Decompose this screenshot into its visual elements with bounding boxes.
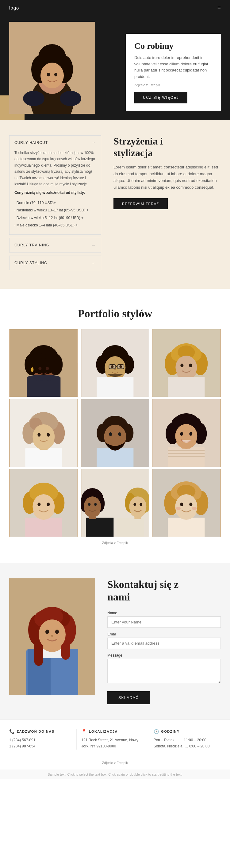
sample-text-bar[interactable]: Sample text. Click to select the text bo… [0,770,230,779]
accordion-header-curly-styling[interactable]: CURLY STYLING → [9,256,101,270]
svg-rect-82 [168,456,205,457]
contact-section: Skontaktuj się znami Name Email Message … [0,563,230,719]
svg-point-92 [190,432,193,436]
portfolio-item-9 [152,469,221,537]
accordion-label-curly-haircut: CURLY HAIRCUT [14,141,48,145]
svg-point-9 [54,73,57,76]
hero-text: Duis aute irure dolor in reprehenderit i… [134,55,212,80]
hero-content-box: Co robimy Duis aute irure dolor in repre… [126,34,221,111]
svg-rect-57 [25,448,62,467]
svg-rect-80 [168,450,205,451]
portfolio-item-6 [152,399,221,467]
portfolio-item-5 [81,399,150,467]
email-field: Email [107,632,221,649]
contact-image [9,578,95,695]
svg-rect-41 [97,377,133,397]
services-description: Strzyżenia istylizacja Lorem ipsum dolor… [113,135,221,273]
svg-rect-125 [168,518,205,537]
hours-line-1: Pon – Piatek …… 11:00 – 20:00 [154,738,206,742]
sample-text-content: Sample text. Click to select the text bo… [47,773,183,776]
svg-point-137 [176,507,181,510]
svg-point-114 [94,503,97,506]
svg-point-24 [31,367,33,372]
logo: logo [9,5,19,10]
hero-section: Co robimy Duis aute irure dolor in repre… [0,16,230,120]
hero-title: Co robimy [134,41,212,51]
svg-point-122 [133,503,136,506]
services-title: Strzyżenia istylizacja [113,135,221,159]
svg-point-135 [180,503,184,506]
accordion-arrow-1: → [91,140,96,146]
message-label: Message [107,653,221,657]
info-footer: 📞 ZADZWOŃ DO NAS 1 (234) 567-891, 1 (234… [0,719,230,756]
svg-point-134 [175,494,197,519]
price-item-2: · Nastolatki w wieku 13–17 lat (65–95 US… [14,207,96,213]
message-field: Message [107,653,221,684]
svg-rect-115 [117,518,144,537]
submit-button[interactable]: SKŁADAĆ [107,691,150,704]
hero-image [9,22,95,114]
accordion-item-curly-haircut[interactable]: CURLY HAIRCUT → Technika strzyżenia na s… [9,135,101,235]
hours-line-2: Sobota, Niedziela …. 6:00 – 20:00 [154,744,210,748]
portfolio-item-2 [81,329,150,397]
svg-point-102 [33,494,55,519]
accordion-header-curly-haircut[interactable]: CURLY HAIRCUT → [9,135,101,150]
phone-line-1: 1 (234) 567-891, [9,738,36,742]
svg-point-76 [109,432,112,436]
name-label: Name [107,611,221,615]
svg-point-39 [119,365,122,368]
services-cta-button[interactable]: REZERWUJ TERAZ [113,198,168,209]
svg-point-67 [46,433,50,437]
portfolio-item-4 [9,399,78,467]
hamburger-icon[interactable]: ≡ [218,4,221,11]
services-text: Lorem ipsum dolor sit amet, consectetur … [113,164,221,191]
name-field: Name [107,611,221,628]
header: logo ≡ [0,0,230,16]
accordion-item-curly-styling[interactable]: CURLY STYLING → [9,256,101,270]
hours-title: 🕐 GODZINY [154,729,216,734]
portfolio-item-3 [152,329,221,397]
hero-cta-button[interactable]: UCZ SIĘ WIĘCEJ [134,92,187,103]
accordion-content-curly-haircut: Technika strzyżenia na sucho, która jest… [9,150,101,235]
name-input[interactable] [107,616,221,628]
svg-point-136 [190,503,193,506]
phone-icon: 📞 [9,729,15,734]
accordion-item-curly-training[interactable]: CURLY TRAINING → [9,238,101,252]
hero-photo [9,22,95,114]
email-label: Email [107,632,221,637]
svg-point-23 [46,367,49,370]
hours-block: 🕐 GODZINY Pon – Piatek …… 11:00 – 20:00 … [149,729,221,750]
portfolio-item-1 [9,329,78,397]
portfolio-title: Portfolio stylów [9,307,221,320]
phone-text: 1 (234) 567-891, 1 (234) 987-654 [9,737,72,750]
svg-point-112 [84,496,101,517]
hero-woman-svg [9,22,95,114]
contact-title: Skontaktuj się znami [107,578,221,603]
svg-point-38 [111,365,113,368]
footer-credit: Zdjęcie z Freepik [0,756,230,770]
price-item-1: · Dorosłe (70–110 USD)+ [14,200,96,206]
svg-point-10 [23,91,44,106]
svg-point-156 [45,629,49,634]
accordion-arrow-3: → [91,260,96,266]
phone-line-2: 1 (234) 987-654 [9,744,35,748]
svg-point-40 [114,369,116,370]
address-line-2: Jork, NY 92103-9000 [81,744,116,748]
portfolio-item-7 [9,469,78,537]
svg-point-113 [88,503,91,506]
svg-point-66 [37,433,40,437]
svg-point-53 [180,364,184,367]
haircut-price-title: Ceny różnią się w zależności od stylisty… [14,190,96,196]
accordion-header-curly-training[interactable]: CURLY TRAINING → [9,238,101,252]
portfolio-grid [9,329,221,537]
svg-rect-81 [168,453,205,454]
svg-point-65 [33,424,55,449]
svg-point-21 [45,350,57,362]
portfolio-section: Portfolio stylów [0,289,230,563]
address-block: 📍 LOKALIZACJA 121 Rock Street, 21 Avenue… [77,729,149,750]
svg-point-26 [27,375,60,381]
svg-point-22 [38,367,41,370]
message-input[interactable] [107,659,221,683]
svg-point-20 [30,350,42,362]
email-input[interactable] [107,638,221,649]
